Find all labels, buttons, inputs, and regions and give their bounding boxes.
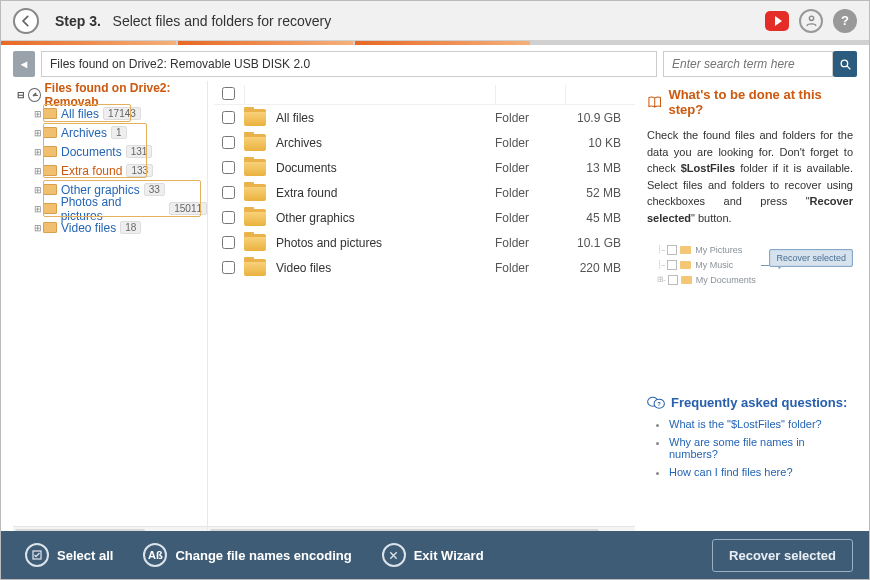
path-display[interactable]: Files found on Drive2: Removable USB DIS… (41, 51, 657, 77)
collapse-icon[interactable]: ⊟ (17, 90, 26, 100)
faq-title: ? Frequently asked questions: (647, 395, 853, 410)
svg-point-0 (809, 16, 813, 20)
row-checkbox[interactable] (222, 186, 235, 199)
encoding-button[interactable]: Aß Change file names encoding (143, 543, 351, 567)
list-row[interactable]: Video filesFolder220 MB (214, 255, 635, 280)
file-type: Folder (495, 186, 565, 200)
path-back-button[interactable]: ◄ (13, 51, 35, 77)
file-name: Extra found (276, 186, 495, 200)
tree-item-label: Archives (61, 126, 107, 140)
tree-item-label: Extra found (61, 164, 122, 178)
folder-icon (244, 134, 266, 151)
expand-icon[interactable]: ⊞ (33, 109, 43, 119)
help-icon[interactable]: ? (833, 9, 857, 33)
file-name: Documents (276, 161, 495, 175)
count-badge: 15011 (169, 202, 207, 215)
list-row[interactable]: All filesFolder10.9 GB (214, 105, 635, 130)
svg-line-2 (847, 66, 850, 69)
tree-item[interactable]: ⊞Extra found133 (13, 161, 207, 180)
footer: Select all Aß Change file names encoding… (1, 531, 869, 579)
file-type: Folder (495, 136, 565, 150)
list-row[interactable]: ArchivesFolder10 KB (214, 130, 635, 155)
list-row[interactable]: Other graphicsFolder45 MB (214, 205, 635, 230)
tree-item-label: Video files (61, 221, 116, 235)
file-size: 13 MB (565, 161, 635, 175)
file-size: 45 MB (565, 211, 635, 225)
exit-wizard-button[interactable]: Exit Wizard (382, 543, 484, 567)
tree-item[interactable]: ⊞Photos and pictures15011 (13, 199, 207, 218)
file-size: 220 MB (565, 261, 635, 275)
expand-icon[interactable]: ⊞ (33, 185, 43, 195)
file-size: 10.9 GB (565, 111, 635, 125)
list-row[interactable]: Photos and picturesFolder10.1 GB (214, 230, 635, 255)
faq-link[interactable]: What is the "$LostFiles" folder? (669, 418, 822, 430)
folder-icon (244, 234, 266, 251)
progress-bar (1, 41, 869, 45)
row-checkbox[interactable] (222, 111, 235, 124)
header: Step 3. Select files and folders for rec… (1, 1, 869, 41)
tree-item-label: All files (61, 107, 99, 121)
close-icon (382, 543, 406, 567)
side-panel: What's to be done at this step? Check th… (635, 81, 857, 541)
encoding-icon: Aß (143, 543, 167, 567)
row-checkbox[interactable] (222, 161, 235, 174)
row-checkbox[interactable] (222, 236, 235, 249)
file-list-panel: All filesFolder10.9 GBArchivesFolder10 K… (208, 81, 635, 541)
count-badge: 131 (126, 145, 153, 158)
tree-item[interactable]: ⊞Documents131 (13, 142, 207, 161)
list-row[interactable]: DocumentsFolder13 MB (214, 155, 635, 180)
tree-item[interactable]: ⊞Archives1 (13, 123, 207, 142)
file-type: Folder (495, 111, 565, 125)
expand-icon[interactable]: ⊞ (33, 128, 43, 138)
expand-icon[interactable]: ⊞ (33, 223, 43, 233)
file-size: 10.1 GB (565, 236, 635, 250)
tree-item-label: Photos and pictures (61, 195, 166, 223)
folder-icon (43, 184, 57, 195)
folder-icon (244, 259, 266, 276)
user-icon[interactable] (799, 9, 823, 33)
select-all-button[interactable]: Select all (25, 543, 113, 567)
tree-panel: ⊟ Files found on Drive2: Removab ⊞All fi… (13, 81, 208, 541)
youtube-icon[interactable] (765, 9, 789, 33)
folder-icon (244, 209, 266, 226)
search-input[interactable] (663, 51, 833, 77)
side-title: What's to be done at this step? (647, 87, 853, 117)
file-type: Folder (495, 161, 565, 175)
expand-icon[interactable]: ⊞ (33, 204, 43, 214)
tree-root-label: Files found on Drive2: Removab (45, 81, 208, 109)
list-header (214, 85, 635, 105)
list-row[interactable]: Extra foundFolder52 MB (214, 180, 635, 205)
folder-icon (43, 165, 57, 176)
row-checkbox[interactable] (222, 136, 235, 149)
row-checkbox[interactable] (222, 211, 235, 224)
recover-selected-button[interactable]: Recover selected (712, 539, 853, 572)
count-badge: 1 (111, 126, 127, 139)
folder-icon (244, 184, 266, 201)
file-type: Folder (495, 261, 565, 275)
recover-mini-button: Recover selected (769, 249, 853, 267)
expand-icon[interactable]: ⊞ (33, 166, 43, 176)
file-size: 10 KB (565, 136, 635, 150)
count-badge: 18 (120, 221, 141, 234)
path-bar: ◄ Files found on Drive2: Removable USB D… (13, 51, 857, 77)
file-type: Folder (495, 211, 565, 225)
folder-icon (43, 203, 57, 214)
tree-item[interactable]: ⊞Video files18 (13, 218, 207, 237)
expand-icon[interactable]: ⊞ (33, 147, 43, 157)
faq-link[interactable]: Why are some file names in numbers? (669, 436, 805, 460)
faq-link[interactable]: How can I find files here? (669, 466, 793, 478)
row-checkbox[interactable] (222, 261, 235, 274)
file-name: Photos and pictures (276, 236, 495, 250)
file-name: Archives (276, 136, 495, 150)
tree-item-label: Documents (61, 145, 122, 159)
folder-icon (43, 222, 57, 233)
tree-root[interactable]: ⊟ Files found on Drive2: Removab (13, 85, 207, 104)
faq-icon: ? (647, 396, 665, 410)
svg-point-1 (841, 60, 848, 66)
select-all-icon (25, 543, 49, 567)
step-desc: Select files and folders for recovery (113, 13, 332, 29)
back-button[interactable] (13, 8, 39, 34)
search-button[interactable] (833, 51, 857, 77)
select-all-checkbox[interactable] (222, 87, 235, 100)
folder-icon (244, 159, 266, 176)
